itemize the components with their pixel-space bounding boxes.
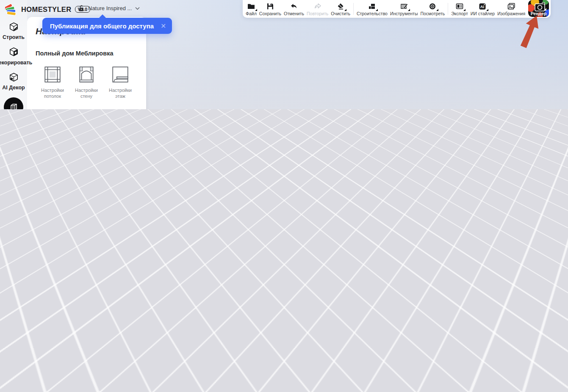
sidebar-item-settings[interactable]: Настройки xyxy=(0,97,27,126)
toolbar-tools-button[interactable]: Инструменты xyxy=(389,0,419,18)
watermark-text: ПАРТНЕРКИН xyxy=(463,348,568,364)
dropdown-corner xyxy=(463,9,465,11)
section-title-full-house: Полный дом Меблировка xyxy=(36,50,139,57)
save-icon xyxy=(266,2,274,11)
top-toolbar: Файл Сохранить Отменить Повторить Очисти… xyxy=(243,0,551,18)
project-name: Nature Inspired ... xyxy=(88,5,132,11)
view-2d-button[interactable]: 2D 1 xyxy=(174,379,196,386)
brand-name: HOMESTYLER xyxy=(21,6,72,14)
panel-item-custom-furniture[interactable]: Кастомную мебель xyxy=(36,170,69,205)
floor-settings-icon xyxy=(110,64,130,85)
panel-item-label: Моделирование интерьера xyxy=(69,130,104,142)
toolbar-redo-button[interactable]: Повторить xyxy=(305,0,330,18)
tooltip-close-icon[interactable]: ✕ xyxy=(161,22,166,30)
undo-icon xyxy=(290,2,298,11)
interior-modeling-icon xyxy=(76,107,97,127)
my-cabinet-star-badge-icon xyxy=(8,131,19,143)
divider xyxy=(169,379,170,386)
ceiling-settings-icon xyxy=(42,64,63,85)
view-3d-label: 3D xyxy=(204,380,211,386)
wall-end-cap xyxy=(368,171,371,224)
toolbar-save-button[interactable]: Сохранить xyxy=(258,0,283,18)
ai-decor-cube-star-icon xyxy=(8,72,19,83)
settings-panel: Настройки Полный дом Меблировка Настройк… xyxy=(27,17,146,388)
tooltip-text: Публикация для общего доступа xyxy=(50,22,154,30)
wall-settings-icon xyxy=(76,64,97,85)
dropdown-corner xyxy=(192,383,194,385)
sidebar-item-my-cabinet[interactable]: Мой кабинет xyxy=(0,131,27,157)
ai-styler-icon: Ai xyxy=(478,2,487,11)
dropdown-corner xyxy=(486,9,488,11)
dropdown-corner xyxy=(408,9,410,11)
homestyler-logo xyxy=(5,3,18,16)
section-title-custom-furniture: Кастомную мебель xyxy=(36,155,139,162)
toolbar-export-button[interactable]: Экспорт xyxy=(450,0,469,18)
toolbar-undo-button[interactable]: Отменить xyxy=(283,0,305,18)
help-button[interactable]: ? xyxy=(212,363,219,370)
panel-item-label: Настройки потолок xyxy=(36,87,69,99)
toolbar-render-button[interactable]: Рендер xyxy=(528,0,549,17)
sidebar-item-ai-decor[interactable]: AI Декор xyxy=(0,72,27,91)
view-2d-label: 2D xyxy=(176,380,183,386)
add-floor-button[interactable]: Добавить этаж ? xyxy=(152,360,222,372)
dropdown-corner xyxy=(436,9,438,11)
view-camera-icon xyxy=(428,2,437,11)
settings-cabinet-icon xyxy=(4,97,23,117)
view-mode-toggle: 2D 1 3D 3 xyxy=(152,377,230,389)
sidebar-item-label: Строить xyxy=(3,34,25,41)
floorplan-style-icon[interactable] xyxy=(157,380,163,386)
toolbar-view-button[interactable]: Посмотреть xyxy=(419,0,446,18)
eraser-icon xyxy=(336,2,345,11)
panel-item-floor-settings[interactable]: Настройки этаж xyxy=(103,64,137,99)
chevron-down-icon xyxy=(135,7,140,10)
sidebar-item-label: Мой кабинет xyxy=(0,144,27,157)
add-floor-label: Добавить этаж xyxy=(166,363,202,369)
watermark: ПАРТНЕРКИН xyxy=(433,343,568,369)
svg-text:Ai: Ai xyxy=(480,4,485,9)
panel-item-label: Настройки этаж xyxy=(103,87,137,99)
render-label: Рендер xyxy=(528,11,549,16)
panel-item-tile-paving[interactable]: Плиточный настил xyxy=(36,107,69,142)
sidebar-item-build[interactable]: Строить xyxy=(0,21,27,41)
sidebar-item-label: Декорировать xyxy=(0,60,32,66)
sidebar-item-label: AI Декор xyxy=(2,85,25,91)
project-name-menu[interactable]: Nature Inspired ... xyxy=(78,5,140,12)
panel-item-interior-modeling[interactable]: Моделирование интерьера xyxy=(69,107,103,142)
toolbar-divider xyxy=(353,3,354,15)
toolbar-ai-styler-button[interactable]: Ai ИИ стайлер xyxy=(469,0,496,18)
panel-item-label: Настройки стену xyxy=(69,87,103,99)
build-cube-pencil-icon xyxy=(8,21,19,33)
images-icon xyxy=(507,2,515,11)
redo-icon xyxy=(313,2,322,11)
tools-icon xyxy=(400,2,408,11)
tile-paving-icon xyxy=(42,107,63,127)
toolbar-file-button[interactable]: Файл xyxy=(244,0,258,18)
dropdown-corner xyxy=(255,9,257,11)
main-sidebar: Строить Декорировать AI Декор xyxy=(0,0,27,392)
panel-item-ceiling-settings[interactable]: Настройки потолок xyxy=(36,64,69,99)
sidebar-item-label: Настройки xyxy=(0,119,28,126)
custom-furniture-icon xyxy=(42,170,63,190)
dropdown-corner xyxy=(376,9,378,11)
lock-open-icon xyxy=(78,5,85,12)
view-3d-count: 3 xyxy=(212,380,215,386)
toolbar-construction-button[interactable]: Строительство xyxy=(355,0,389,18)
decorate-cube-sofa-icon xyxy=(8,47,19,58)
toolbar-divider xyxy=(448,3,448,15)
view-2d-count: 1 xyxy=(184,380,187,386)
export-icon xyxy=(455,2,464,11)
watermark-bubble-icon xyxy=(433,343,457,369)
toolbar-images-button[interactable]: Изображения xyxy=(496,0,526,18)
dropdown-corner xyxy=(221,383,223,385)
view-3d-button[interactable]: 3D 3 xyxy=(202,379,225,386)
folder-icon xyxy=(247,2,255,11)
add-floor-stairs-icon xyxy=(156,363,163,370)
dropdown-corner xyxy=(344,9,346,11)
panel-item-wall-settings[interactable]: Настройки стену xyxy=(69,64,103,99)
dropdown-corner xyxy=(205,367,208,369)
share-publish-tooltip: Публикация для общего доступа ✕ xyxy=(42,18,172,34)
sidebar-item-decorate[interactable]: Декорировать xyxy=(0,47,27,66)
toolbar-clear-button[interactable]: Очистить xyxy=(330,0,352,18)
dropdown-corner xyxy=(164,384,166,386)
panel-item-label: Плиточный настил xyxy=(36,130,69,142)
